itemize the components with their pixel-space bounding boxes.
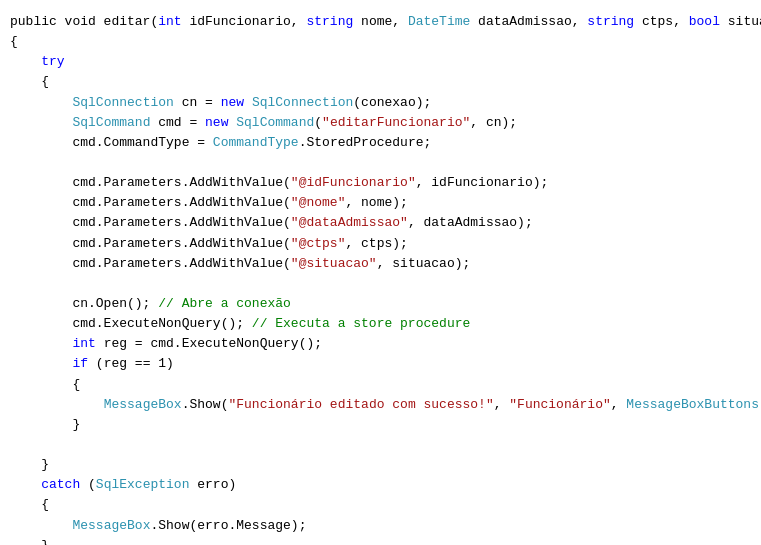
code-line	[10, 274, 751, 294]
token-plain: erro)	[189, 477, 236, 492]
token-kw: bool	[689, 14, 720, 29]
code-line: }	[10, 536, 751, 545]
token-str: "Funcionário"	[509, 397, 610, 412]
token-plain: idFuncionario,	[182, 14, 307, 29]
token-kw: new	[221, 95, 244, 110]
token-kw: string	[306, 14, 353, 29]
code-line: cmd.Parameters.AddWithValue("@idFunciona…	[10, 173, 751, 193]
token-plain: {	[10, 74, 49, 89]
token-plain	[10, 477, 41, 492]
token-plain: cmd.ExecuteNonQuery();	[10, 316, 252, 331]
token-type: MessageBoxButtons	[626, 397, 759, 412]
token-plain: {	[10, 34, 18, 49]
token-type: MessageBox	[104, 397, 182, 412]
token-str: "@nome"	[291, 195, 346, 210]
token-plain	[10, 115, 72, 130]
token-type: MessageBox	[72, 518, 150, 533]
code-line: MessageBox.Show("Funcionário editado com…	[10, 395, 751, 415]
token-plain: cmd.Parameters.AddWithValue(	[10, 215, 291, 230]
token-plain: .Show(	[182, 397, 229, 412]
token-plain: situacao)	[720, 14, 761, 29]
code-line: if (reg == 1)	[10, 354, 751, 374]
code-line: SqlConnection cn = new SqlConnection(con…	[10, 93, 751, 113]
token-plain: , nome);	[345, 195, 407, 210]
code-line: cn.Open(); // Abre a conexão	[10, 294, 751, 314]
token-plain: (	[314, 115, 322, 130]
token-type: CommandType	[213, 135, 299, 150]
code-line: MessageBox.Show(erro.Message);	[10, 516, 751, 536]
token-plain: (reg == 1)	[88, 356, 174, 371]
code-line: cmd.Parameters.AddWithValue("@ctps", ctp…	[10, 234, 751, 254]
token-plain: cmd.Parameters.AddWithValue(	[10, 256, 291, 271]
token-plain	[244, 95, 252, 110]
token-str: "Funcionário editado com sucesso!"	[228, 397, 493, 412]
token-plain: reg = cmd.ExecuteNonQuery();	[96, 336, 322, 351]
token-kw: new	[205, 115, 228, 130]
token-plain: , ctps);	[345, 236, 407, 251]
token-str: "editarFuncionario"	[322, 115, 470, 130]
token-plain: cmd =	[150, 115, 205, 130]
token-plain: .StoredProcedure;	[299, 135, 432, 150]
token-plain	[10, 336, 72, 351]
code-line: cmd.CommandType = CommandType.StoredProc…	[10, 133, 751, 153]
token-plain: ,	[611, 397, 627, 412]
code-line: public void editar(int idFuncionario, st…	[10, 12, 751, 32]
token-plain: nome,	[353, 14, 408, 29]
token-type: SqlConnection	[72, 95, 173, 110]
code-line: {	[10, 32, 751, 52]
code-line	[10, 153, 751, 173]
code-line: }	[10, 455, 751, 475]
token-plain: {	[10, 377, 80, 392]
code-line: int reg = cmd.ExecuteNonQuery();	[10, 334, 751, 354]
code-line: {	[10, 375, 751, 395]
token-plain: cn =	[174, 95, 221, 110]
token-str: "@situacao"	[291, 256, 377, 271]
token-str: "@dataAdmissao"	[291, 215, 408, 230]
token-plain: }	[10, 457, 49, 472]
token-comment: // Executa a store procedure	[252, 316, 470, 331]
token-plain	[10, 54, 41, 69]
token-plain: (	[80, 477, 96, 492]
code-line: catch (SqlException erro)	[10, 475, 751, 495]
code-line: {	[10, 72, 751, 92]
code-line	[10, 435, 751, 455]
token-plain: dataAdmissao,	[470, 14, 587, 29]
token-comment: // Abre a conexão	[158, 296, 291, 311]
token-type: SqlException	[96, 477, 190, 492]
token-plain: cmd.Parameters.AddWithValue(	[10, 195, 291, 210]
token-kw: int	[72, 336, 95, 351]
token-plain: public void editar(	[10, 14, 158, 29]
token-type: SqlCommand	[236, 115, 314, 130]
token-type: DateTime	[408, 14, 470, 29]
token-plain	[10, 95, 72, 110]
token-kw: if	[72, 356, 88, 371]
token-type: SqlConnection	[252, 95, 353, 110]
code-editor: public void editar(int idFuncionario, st…	[0, 8, 761, 545]
code-line: cmd.Parameters.AddWithValue("@situacao",…	[10, 254, 751, 274]
token-plain: (conexao);	[353, 95, 431, 110]
code-line: SqlCommand cmd = new SqlCommand("editarF…	[10, 113, 751, 133]
token-plain: ctps,	[634, 14, 689, 29]
token-plain	[10, 397, 104, 412]
code-line: cmd.Parameters.AddWithValue("@dataAdmiss…	[10, 213, 751, 233]
code-line: cmd.Parameters.AddWithValue("@nome", nom…	[10, 193, 751, 213]
token-str: "@ctps"	[291, 236, 346, 251]
token-plain	[10, 518, 72, 533]
token-plain: }	[10, 417, 80, 432]
code-line: {	[10, 495, 751, 515]
token-plain: }	[10, 538, 49, 545]
token-plain: .Show(erro.Message);	[150, 518, 306, 533]
token-kw: int	[158, 14, 181, 29]
token-plain: cn.Open();	[10, 296, 158, 311]
token-plain: ,	[494, 397, 510, 412]
token-plain: , situacao);	[377, 256, 471, 271]
token-kw: try	[41, 54, 64, 69]
token-plain: , cn);	[470, 115, 517, 130]
token-type: SqlCommand	[72, 115, 150, 130]
token-plain: cmd.Parameters.AddWithValue(	[10, 175, 291, 190]
code-line: try	[10, 52, 751, 72]
code-line: cmd.ExecuteNonQuery(); // Executa a stor…	[10, 314, 751, 334]
token-kw: catch	[41, 477, 80, 492]
token-plain: cmd.Parameters.AddWithValue(	[10, 236, 291, 251]
token-plain: cmd.CommandType =	[10, 135, 213, 150]
